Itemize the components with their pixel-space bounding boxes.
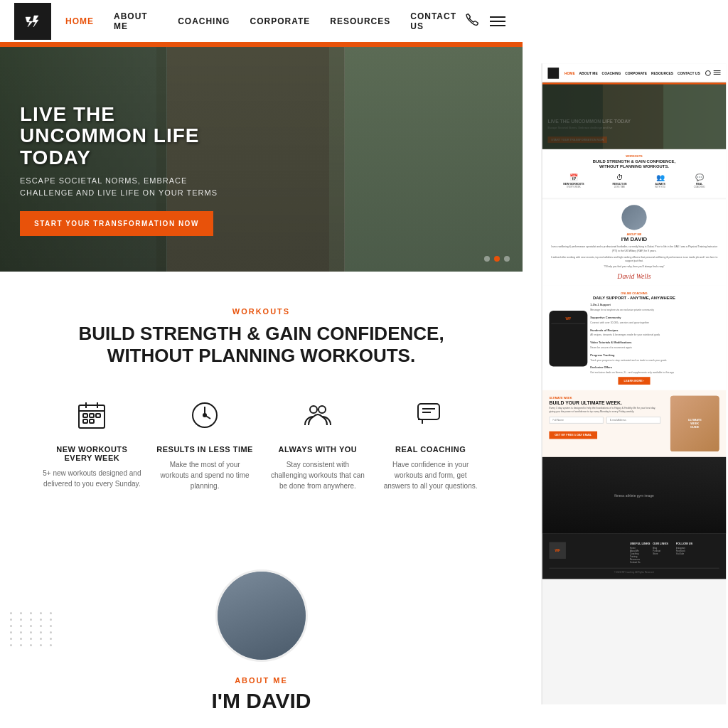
- nav-links: HOME ABOUT ME COACHING CORPORATE RESOURC…: [65, 11, 464, 31]
- mini-workouts-title: BUILD STRENGTH & GAIN CONFIDENCE,WITHOUT…: [549, 159, 719, 169]
- mini-workouts-label: WORKOUTS: [549, 155, 719, 159]
- mini-coaching-features: 1-On-1 Support Message for at anytime vi…: [590, 303, 719, 374]
- logo[interactable]: [14, 3, 51, 40]
- nav-about[interactable]: ABOUT ME: [114, 11, 158, 31]
- mini-coaching-section: ONLINE COACHING DAILY SUPPORT - ANYTIME,…: [542, 285, 727, 390]
- about-section: ABOUT ME I'M DAVID I am a wellbeing & pe…: [0, 555, 523, 728]
- mini-feature-2: ⏱ RESULTS IN LESS TIME: [612, 173, 626, 188]
- mini-footer: WF USEFUL LINKS HomeAbout MeCoachingTrai…: [542, 533, 727, 579]
- mini-form: [549, 417, 660, 424]
- mini-footer-follow-us: FOLLOW US InstagramFacebookYouTube: [676, 542, 696, 563]
- mini-week-image: ULTIMATEWEEKGUIDE: [670, 395, 719, 451]
- navbar: HOME ABOUT ME COACHING CORPORATE RESOURC…: [0, 0, 523, 44]
- calendar-icon: [72, 395, 112, 435]
- svg-rect-6: [96, 414, 100, 417]
- mini-phone-row: WF 1-On-1 Support Message for at anytime…: [549, 303, 719, 374]
- svg-rect-8: [90, 419, 94, 423]
- nav-contact[interactable]: CONTACT US: [410, 11, 464, 31]
- mini-coaching-title: DAILY SUPPORT - ANYTIME, ANYWHERE: [549, 296, 719, 300]
- mini-footer-useful-links: USEFUL LINKS HomeAbout MeCoachingTrainin…: [630, 542, 650, 563]
- feature-4-desc: Have confidence in your workouts and for…: [381, 459, 480, 491]
- feature-2-title: RESULTS IN LESS TIME: [156, 445, 253, 454]
- hero-dot-3[interactable]: [504, 256, 510, 262]
- about-name: I'M DAVID: [57, 689, 466, 713]
- svg-point-12: [203, 414, 206, 417]
- mini-nav-contact: CONTACT US: [678, 70, 700, 75]
- feature-1-title: NEW WORKOUTS EVERY WEEK: [43, 445, 141, 462]
- hero-subtitle: Escape Societal Norms, Embrace Challenge…: [20, 175, 219, 198]
- mini-coaching-cta: LEARN MORE ›: [619, 377, 650, 385]
- svg-point-14: [318, 406, 326, 413]
- users-icon: [298, 395, 338, 435]
- mini-name-input[interactable]: [549, 417, 603, 424]
- mini-nav-home: HOME: [564, 70, 575, 75]
- feature-real-coaching: REAL COACHING Have confidence in your wo…: [381, 395, 480, 491]
- dot-grid-left: [10, 612, 55, 646]
- mini-footer-our-links: OUR LINKS BlogPodcastStore: [653, 542, 673, 563]
- mini-hero: LIVE THE UNCOMMON LIFE TODAY Escape Soci…: [542, 83, 727, 149]
- mini-email-input[interactable]: [606, 417, 660, 424]
- feature-2-desc: Make the most of your workouts and spend…: [156, 459, 255, 491]
- mini-phone-mockup: WF: [549, 311, 587, 366]
- mini-footer-hero-image: fitness athlete gym image: [542, 457, 727, 534]
- mini-about-text-1: I am a wellbeing & performance specialis…: [549, 245, 719, 252]
- feature-1-desc: 5+ new workouts designed and delivered t…: [43, 468, 141, 489]
- mini-footer-links: USEFUL LINKS HomeAbout MeCoachingTrainin…: [630, 542, 719, 563]
- feature-always-with-you: ALWAYS WITH YOU Stay consistent with cha…: [269, 395, 368, 491]
- about-text-1: I am a wellbeing & performance specialis…: [77, 724, 446, 728]
- mini-nav-resources: RESOURCES: [651, 70, 673, 75]
- mini-about-name: I'M DAVID: [549, 237, 719, 243]
- mini-about: ABOUT ME I'M DAVID I am a wellbeing & pe…: [542, 200, 727, 286]
- workouts-section: WORKOUTS BUILD STRENGTH & GAIN CONFIDENC…: [0, 272, 523, 555]
- mini-nav-coaching: COACHING: [602, 70, 621, 75]
- nav-corporate[interactable]: CORPORATE: [250, 16, 310, 26]
- hero-section: LIVE THE UNCOMMON LIFE TODAY Escape Soci…: [0, 44, 523, 272]
- hero-dot-2[interactable]: [494, 256, 500, 262]
- mini-features: 📅 NEW WORKOUTS EVERY WEEK ⏱ RESULTS IN L…: [549, 173, 719, 188]
- svg-rect-5: [90, 414, 94, 417]
- mini-about-text-3: "I'll help you find your why, then you'l…: [549, 266, 719, 269]
- features-grid: NEW WORKOUTS EVERY WEEK 5+ new workouts …: [43, 395, 480, 491]
- mini-coaching-label: ONLINE COACHING: [549, 291, 719, 294]
- feature-results: RESULTS IN LESS TIME Make the most of yo…: [156, 395, 255, 491]
- mini-feature-4: 💬 REAL COACHING: [694, 173, 705, 188]
- chat-icon: [411, 395, 451, 435]
- feature-3-title: ALWAYS WITH YOU: [278, 445, 357, 454]
- mini-navbar: HOME ABOUT ME COACHING CORPORATE RESOURC…: [542, 63, 727, 82]
- nav-coaching[interactable]: COACHING: [178, 16, 230, 26]
- workouts-title: BUILD STRENGTH & GAIN CONFIDENCE,WITHOUT…: [43, 323, 480, 367]
- about-avatar: [215, 569, 308, 662]
- hero-title: LIVE THE UNCOMMON LIFE TODAY: [20, 104, 219, 169]
- hamburger-menu[interactable]: [487, 14, 508, 29]
- mini-about-text-2: I realised after working with new recrui…: [549, 256, 719, 263]
- feature-new-workouts: NEW WORKOUTS EVERY WEEK 5+ new workouts …: [43, 395, 141, 491]
- nav-icons: [464, 13, 508, 29]
- mini-nav-about: ABOUT ME: [579, 70, 598, 75]
- svg-rect-4: [83, 414, 87, 417]
- mini-week-title: BUILD YOUR ULTIMATE WEEK.: [549, 400, 660, 405]
- feature-3-desc: Stay consistent with challenging workout…: [269, 459, 368, 491]
- clock-icon: [185, 395, 225, 435]
- mini-nav-corporate: CORPORATE: [625, 70, 647, 75]
- mini-signature: David Wells: [549, 272, 719, 280]
- mini-week-section: ULTIMATE WEEK BUILD YOUR ULTIMATE WEEK. …: [542, 390, 727, 456]
- mini-week-label: ULTIMATE WEEK: [549, 395, 660, 399]
- mini-feature-3: 👥 ALWAYS WITH YOU: [655, 173, 665, 188]
- mini-week-cta: GET MY FREE 5 DAY EMAIL: [549, 432, 597, 439]
- mini-logo: [547, 68, 559, 79]
- workouts-label: WORKOUTS: [43, 307, 480, 316]
- svg-point-13: [310, 406, 317, 413]
- nav-resources[interactable]: RESOURCES: [330, 16, 390, 26]
- hero-dot-1[interactable]: [484, 256, 490, 262]
- mini-preview: HOME ABOUT ME COACHING CORPORATE RESOURC…: [542, 63, 727, 705]
- nav-home[interactable]: HOME: [65, 16, 94, 26]
- phone-icon[interactable]: [464, 13, 478, 29]
- mini-week-desc: Every 5 day system is designed to help t…: [549, 407, 660, 414]
- about-label: ABOUT ME: [57, 676, 466, 685]
- mini-avatar: [621, 205, 646, 230]
- svg-rect-7: [83, 419, 87, 423]
- mini-nav-links: HOME ABOUT ME COACHING CORPORATE RESOURC…: [564, 70, 700, 75]
- mini-feature-1: 📅 NEW WORKOUTS EVERY WEEK: [563, 173, 584, 188]
- hero-cta-button[interactable]: START YOUR TRANSFORMATION NOW: [20, 211, 213, 236]
- hero-dots: [484, 256, 510, 262]
